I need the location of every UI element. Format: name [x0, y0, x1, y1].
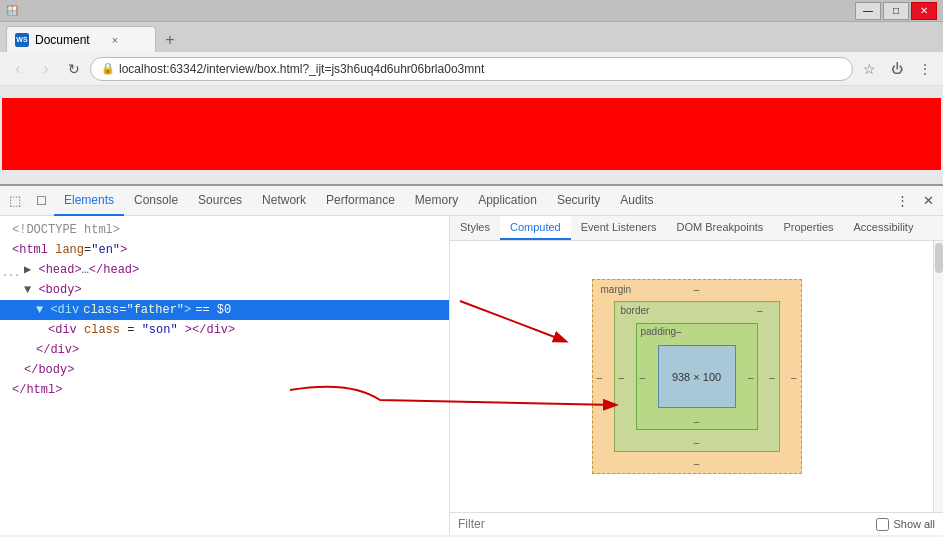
devtools-main: ... <!DOCTYPE html> <html lang="en"> ▶ <…	[0, 216, 943, 535]
address-bar: ‹ › ↻ 🔒 localhost:63342/interview/box.ht…	[0, 52, 943, 86]
tab-audits[interactable]: Audits	[610, 186, 663, 216]
html-line-div-father[interactable]: ▼ <div class = "father" > == $0	[0, 300, 449, 320]
tab-security[interactable]: Security	[547, 186, 610, 216]
tab-elements[interactable]: Elements	[54, 186, 124, 216]
padding-bottom-dash: –	[694, 416, 700, 427]
lock-icon: 🔒	[101, 62, 115, 75]
bookmark-button[interactable]: ☆	[857, 57, 881, 81]
minimize-button[interactable]: —	[855, 2, 881, 20]
filter-bar: Show all	[450, 512, 943, 535]
dots-gutter: ...	[2, 268, 20, 279]
content-box: 938 × 100	[658, 345, 736, 408]
close-button[interactable]: ✕	[911, 2, 937, 20]
menu-button[interactable]: ⋮	[913, 57, 937, 81]
browser-tab[interactable]: WS Document ×	[6, 26, 156, 52]
computed-tabs: Styles Computed Event Listeners DOM Brea…	[450, 216, 943, 241]
margin-left-dash: –	[597, 371, 603, 382]
content-size: 938 × 100	[672, 371, 721, 383]
html-line-close-body: </body>	[0, 360, 449, 380]
border-top-dash: –	[757, 305, 763, 316]
show-all-checkbox[interactable]	[876, 518, 889, 531]
html-line-html: <html lang="en">	[0, 240, 449, 260]
html-line-close-html: </html>	[0, 380, 449, 400]
border-bottom-dash: –	[694, 437, 700, 448]
tab-close-icon[interactable]: ×	[112, 34, 118, 46]
html-line-doctype: <!DOCTYPE html>	[0, 220, 449, 240]
refresh-button[interactable]: ↻	[62, 57, 86, 81]
devtools-close-icon[interactable]: ✕	[915, 188, 941, 214]
forward-button[interactable]: ›	[34, 57, 58, 81]
scrollbar-thumb[interactable]	[935, 243, 943, 273]
devtools-panel: ⬚ ☐ Elements Console Sources Network Per…	[0, 184, 943, 535]
devtools-more-icon[interactable]: ⋮	[889, 188, 915, 214]
tab-network[interactable]: Network	[252, 186, 316, 216]
window-icon: 🪟	[6, 5, 18, 16]
url-text: localhost:63342/interview/box.html?_ijt=…	[119, 62, 484, 76]
extension-button[interactable]: ⏻	[885, 57, 909, 81]
back-button[interactable]: ‹	[6, 57, 30, 81]
tab-sources[interactable]: Sources	[188, 186, 252, 216]
padding-right-dash: –	[748, 371, 754, 382]
scrollbar-track[interactable]	[933, 241, 943, 512]
html-line-close-div: </div>	[0, 340, 449, 360]
html-line-body: ▼ <body>	[0, 280, 449, 300]
filter-input[interactable]	[458, 517, 876, 531]
page-content	[0, 86, 943, 184]
show-all-label: Show all	[893, 518, 935, 530]
tab-bar: WS Document × +	[0, 22, 943, 52]
margin-bottom-dash: –	[694, 458, 700, 469]
tab-performance[interactable]: Performance	[316, 186, 405, 216]
margin-top-dash: –	[694, 284, 700, 295]
border-right-dash: –	[769, 371, 775, 382]
border-label: border	[621, 305, 650, 316]
padding-left-dash: –	[640, 371, 646, 382]
html-line-head: ▶ <head>…</head>	[0, 260, 449, 280]
subtab-event-listeners[interactable]: Event Listeners	[571, 216, 667, 240]
box-model-diagram: margin – – – – border – – – –	[592, 279, 802, 474]
maximize-button[interactable]: □	[883, 2, 909, 20]
subtab-accessibility[interactable]: Accessibility	[844, 216, 924, 240]
box-model-container: margin – – – – border – – – –	[450, 241, 943, 512]
window-chrome: 🪟 — □ ✕	[0, 0, 943, 22]
subtab-styles[interactable]: Styles	[450, 216, 500, 240]
tab-favicon: WS	[15, 33, 29, 47]
margin-right-dash: –	[791, 371, 797, 382]
new-tab-button[interactable]: +	[156, 28, 184, 52]
url-bar[interactable]: 🔒 localhost:63342/interview/box.html?_ij…	[90, 57, 853, 81]
computed-panel: Styles Computed Event Listeners DOM Brea…	[450, 216, 943, 535]
tab-title: Document	[35, 33, 90, 47]
device-icon-btn[interactable]: ☐	[28, 188, 54, 214]
subtab-dom-breakpoints[interactable]: DOM Breakpoints	[667, 216, 774, 240]
red-element	[2, 98, 941, 170]
html-line-div-son: <div class = "son" ></div>	[0, 320, 449, 340]
show-all-container: Show all	[876, 518, 935, 531]
padding-label: padding–	[641, 326, 682, 337]
svg-line-1	[460, 301, 565, 341]
tab-console[interactable]: Console	[124, 186, 188, 216]
margin-label: margin	[601, 284, 632, 295]
tab-memory[interactable]: Memory	[405, 186, 468, 216]
border-left-dash: –	[619, 371, 625, 382]
html-panel: ... <!DOCTYPE html> <html lang="en"> ▶ <…	[0, 216, 450, 535]
devtools-tabbar: ⬚ ☐ Elements Console Sources Network Per…	[0, 186, 943, 216]
tab-application[interactable]: Application	[468, 186, 547, 216]
subtab-properties[interactable]: Properties	[773, 216, 843, 240]
inspect-icon-btn[interactable]: ⬚	[2, 188, 28, 214]
subtab-computed[interactable]: Computed	[500, 216, 571, 240]
